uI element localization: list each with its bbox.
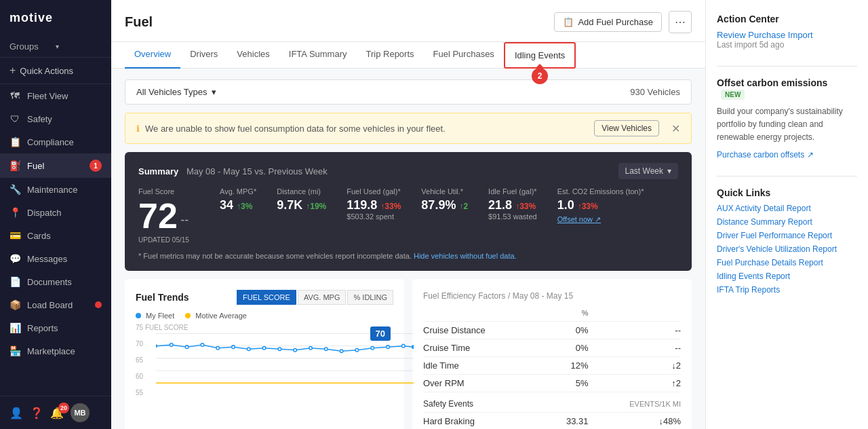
sidebar-item-compliance[interactable]: 📋 Compliance	[0, 130, 111, 153]
quick-actions-item[interactable]: + Quick Actions	[0, 58, 111, 84]
sidebar-item-label: Marketplace	[27, 346, 75, 356]
more-button[interactable]: ⋯	[669, 11, 692, 33]
notification-icon[interactable]: 🔔 20	[50, 407, 64, 419]
sidebar-item-messages[interactable]: 💬 Messages	[0, 247, 111, 270]
tab-fuel-purchases[interactable]: Fuel Purchases	[424, 42, 504, 69]
tab-idling[interactable]: % IDLING	[347, 290, 393, 305]
quick-link[interactable]: Fuel Purchase Details Report	[717, 258, 857, 267]
svg-point-19	[371, 346, 374, 350]
sidebar-item-fuel[interactable]: ⛽ Fuel 1	[0, 153, 111, 178]
svg-point-6	[170, 343, 174, 347]
offset-body: Build your company's sustainability port…	[717, 105, 857, 145]
messages-icon: 💬	[9, 253, 20, 264]
my-fleet-dot	[136, 313, 141, 318]
person-icon[interactable]: 👤	[9, 407, 23, 419]
tab-avg-mpg[interactable]: AVG. MPG	[298, 290, 347, 305]
action-center-title: Action Center	[717, 14, 857, 24]
chevron-down-icon: ▾	[56, 43, 102, 50]
metric-vehicle-util--: Vehicle Util.* 87.9% ↑2	[421, 187, 468, 225]
svg-point-11	[248, 348, 251, 351]
divider	[717, 66, 857, 67]
metric-avg--mpg-: Avg. MPG* 34 ↑3%	[220, 187, 256, 225]
svg-point-9	[216, 346, 220, 350]
svg-point-17	[340, 350, 343, 353]
maintenance-icon: 🔧	[9, 184, 20, 195]
sidebar-item-label: Reports	[27, 323, 58, 333]
tabs-bar: OverviewDriversVehiclesIFTA SummaryTrip …	[111, 42, 705, 69]
sidebar-item-label: Messages	[27, 254, 67, 264]
close-icon[interactable]: ✕	[671, 122, 680, 135]
purchase-offsets-link[interactable]: Purchase carbon offsets ↗	[717, 150, 857, 160]
table-row: Idle Time 12% ↓2	[423, 357, 681, 375]
svg-point-7	[185, 346, 189, 349]
step-bubble: 2	[532, 68, 548, 84]
quick-links-title: Quick Links	[717, 187, 857, 198]
trend-legend: My Fleet Motive Average	[136, 312, 393, 320]
view-vehicles-button[interactable]: View Vehicles	[594, 120, 659, 136]
y-label-55: 55	[136, 389, 143, 396]
legend-motive-avg: Motive Average	[185, 312, 247, 320]
vehicle-count: 930 Vehicles	[630, 87, 680, 97]
sidebar-item-documents[interactable]: 📄 Documents	[0, 270, 111, 293]
tab-ifta[interactable]: IFTA Summary	[279, 42, 357, 69]
sidebar-item-dispatch[interactable]: 📍 Dispatch	[0, 201, 111, 224]
sidebar-item-reports[interactable]: 📊 Reports	[0, 316, 111, 339]
y-label-70: 70	[136, 340, 143, 348]
tab-fuel-score[interactable]: FUEL SCORE	[237, 290, 296, 305]
hide-vehicles-link[interactable]: Hide vehicles without fuel data.	[414, 252, 517, 260]
alert-message-area: ℹ We are unable to show fuel consumption…	[136, 124, 446, 134]
sidebar-item-safety[interactable]: 🛡 Safety	[0, 107, 111, 130]
fuel-trends-title: Fuel Trends	[136, 292, 189, 303]
tab-trip-reports[interactable]: Trip Reports	[357, 42, 424, 69]
motive-avg-dot	[185, 313, 191, 318]
last-week-button[interactable]: Last Week ▾	[618, 163, 678, 179]
quick-link[interactable]: Driver Fuel Performance Report	[717, 231, 857, 240]
efficiency-title: Fuel Efficiency Factors / May 08 - May 1…	[423, 290, 681, 301]
sidebar-item-label: Fuel	[27, 161, 44, 171]
quick-link[interactable]: Idling Events Report	[717, 272, 857, 281]
svg-point-20	[387, 346, 390, 349]
quick-link[interactable]: IFTA Trip Reports	[717, 285, 857, 295]
svg-point-13	[278, 348, 281, 351]
sidebar-item-cards[interactable]: 💳 Cards	[0, 224, 111, 247]
safety-icon: 🛡	[9, 113, 20, 124]
load-board-icon: 📦	[9, 299, 20, 310]
trend-tabs: FUEL SCORE AVG. MPG % IDLING	[237, 290, 393, 305]
sidebar: motive Groups ▾ + Quick Actions 🗺 Fleet …	[0, 0, 111, 429]
marketplace-icon: 🏪	[9, 346, 20, 356]
fleet-view-icon: 🗺	[9, 90, 20, 101]
sidebar-item-marketplace[interactable]: 🏪 Marketplace	[0, 339, 111, 362]
fuel-badge: 1	[90, 160, 102, 172]
col-factor	[423, 309, 549, 322]
tab-overview[interactable]: Overview	[125, 42, 180, 69]
summary-period: May 08 - May 15 vs. Previous Week	[186, 166, 328, 176]
action-center-section: Action Center Review Purchase Import Las…	[717, 14, 857, 50]
groups-selector[interactable]: Groups ▾	[0, 36, 111, 58]
quick-link[interactable]: Distance Summary Report	[717, 217, 857, 227]
quick-link[interactable]: AUX Activity Detail Report	[717, 204, 857, 213]
tab-drivers[interactable]: Drivers	[180, 42, 227, 69]
y-label-60: 60	[136, 373, 143, 380]
offset-section: Offset carbon emissions NEW Build your c…	[717, 77, 857, 160]
sidebar-item-label: Fleet View	[27, 91, 68, 101]
add-fuel-button[interactable]: 📋 Add Fuel Purchase	[554, 12, 662, 32]
sidebar-item-load-board[interactable]: 📦 Load Board	[0, 293, 111, 316]
tab-vehicles[interactable]: Vehicles	[227, 42, 279, 69]
sidebar-item-label: Compliance	[27, 137, 74, 147]
svg-point-12	[262, 346, 266, 350]
quick-link[interactable]: Driver's Vehicle Utilization Report	[717, 244, 857, 254]
quick-actions-label: Quick Actions	[20, 66, 73, 76]
avatar[interactable]: MB	[71, 403, 90, 422]
vehicle-type-selector[interactable]: All Vehicles Types ▾	[136, 87, 216, 97]
chevron-down-icon: ▾	[667, 166, 671, 176]
help-icon[interactable]: ❓	[30, 407, 43, 419]
tab-idling-events[interactable]: Idling Events2	[504, 42, 576, 69]
svg-point-21	[402, 344, 406, 348]
logo: motive	[0, 0, 111, 36]
review-purchase-link[interactable]: Review Purchase Import	[717, 30, 857, 40]
sidebar-item-maintenance[interactable]: 🔧 Maintenance	[0, 178, 111, 201]
updated-label: UPDATED 05/15	[138, 236, 199, 244]
sidebar-item-fleet-view[interactable]: 🗺 Fleet View	[0, 84, 111, 107]
svg-point-22	[412, 345, 414, 349]
last-week-label: Last Week	[625, 166, 663, 176]
